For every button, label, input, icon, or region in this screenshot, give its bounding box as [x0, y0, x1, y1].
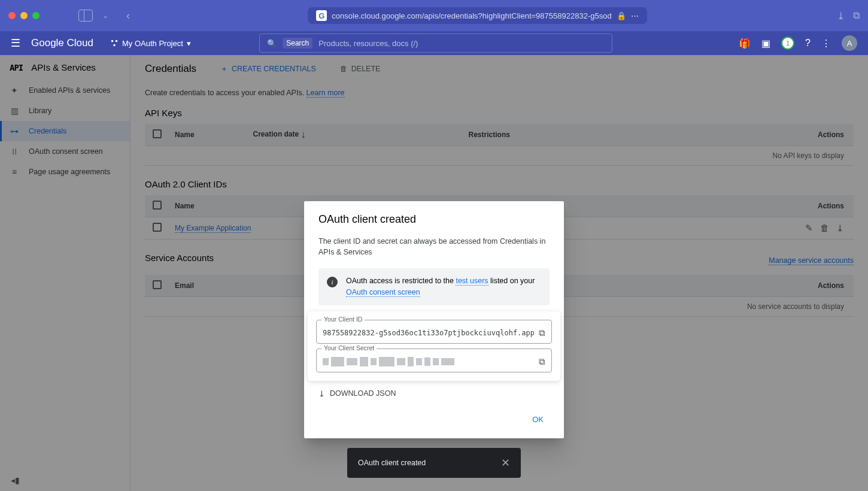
download-icon: ⤓	[318, 389, 325, 398]
nav-menu-button[interactable]: ☰	[11, 37, 20, 50]
client-secret-value[interactable]	[323, 357, 534, 366]
download-json-button[interactable]: ⤓ DOWNLOAD JSON	[304, 381, 564, 401]
oauth-created-dialog: OAuth client created The client ID and s…	[304, 201, 564, 438]
project-selector[interactable]: My OAuth Project ▾	[110, 39, 191, 48]
site-settings-icon[interactable]: ⋯	[631, 11, 639, 20]
traffic-lights	[8, 12, 40, 19]
client-id-value[interactable]: 987558922832-g5sod36oc1ti33o7ptjbockciuv…	[323, 329, 534, 337]
project-icon	[110, 39, 119, 47]
user-avatar[interactable]: A	[842, 35, 857, 51]
more-options-icon[interactable]: ⋮	[821, 38, 831, 49]
client-id-label: Your Client ID	[321, 316, 365, 323]
svg-point-0	[111, 40, 114, 43]
credentials-highlight: Your Client ID 987558922832-g5sod36oc1ti…	[308, 311, 560, 381]
close-window-button[interactable]	[8, 12, 16, 19]
back-button[interactable]: ‹	[126, 10, 130, 22]
app-header: ☰ Google Cloud My OAuth Project ▾ 🔍 Sear…	[0, 31, 868, 55]
ok-button[interactable]: OK	[526, 411, 550, 428]
toast-text: OAuth client created	[358, 459, 426, 467]
chevron-down-icon: ▾	[187, 39, 191, 48]
consent-screen-link[interactable]: OAuth consent screen	[346, 288, 420, 297]
svg-point-1	[116, 40, 118, 43]
browser-chrome: ⌄ ‹ G console.cloud.google.com/apis/cred…	[0, 0, 868, 31]
chevron-down-icon[interactable]: ⌄	[102, 11, 108, 20]
google-cloud-logo[interactable]: Google Cloud	[31, 37, 93, 49]
client-id-field: Your Client ID 987558922832-g5sod36oc1ti…	[316, 320, 552, 344]
maximize-window-button[interactable]	[32, 12, 40, 19]
address-bar-container: G console.cloud.google.com/apis/credenti…	[136, 7, 819, 24]
test-users-link[interactable]: test users	[456, 277, 488, 286]
client-secret-field: Your Client Secret ⧉	[316, 348, 552, 372]
header-actions: 🎁 ▣ 1 ? ⋮ A	[739, 35, 857, 51]
search-label: Search	[283, 38, 312, 49]
svg-point-2	[113, 44, 116, 47]
sidebar-toggle-icon[interactable]	[78, 10, 93, 22]
downloads-icon[interactable]: ⤓	[837, 10, 845, 22]
tabs-icon[interactable]: ⧉	[853, 10, 860, 22]
cloud-shell-icon[interactable]: ▣	[761, 38, 770, 49]
dialog-title: OAuth client created	[318, 213, 550, 226]
lock-icon: 🔒	[617, 11, 626, 20]
dialog-subtitle: The client ID and secret can always be a…	[318, 237, 550, 257]
site-favicon: G	[316, 10, 327, 21]
gift-icon[interactable]: 🎁	[739, 38, 751, 49]
browser-actions: ⤓ ⧉	[837, 10, 860, 22]
search-bar[interactable]: 🔍 Search Products, resources, docs (/)	[259, 34, 612, 53]
toast-close-button[interactable]: ✕	[501, 456, 510, 469]
trial-badge[interactable]: 1	[781, 37, 794, 50]
toast-notification: OAuth client created ✕	[347, 448, 521, 478]
copy-client-id-button[interactable]: ⧉	[539, 328, 545, 338]
address-bar[interactable]: G console.cloud.google.com/apis/credenti…	[308, 7, 647, 24]
search-icon: 🔍	[267, 39, 277, 48]
minimize-window-button[interactable]	[20, 12, 28, 19]
search-placeholder: Products, resources, docs (/)	[318, 39, 418, 48]
info-icon: i	[327, 277, 338, 287]
copy-client-secret-button[interactable]: ⧉	[539, 356, 545, 367]
client-secret-label: Your Client Secret	[321, 344, 377, 351]
help-icon[interactable]: ?	[805, 38, 811, 49]
project-name: My OAuth Project	[122, 39, 183, 48]
url-text: console.cloud.google.com/apis/credential…	[332, 11, 611, 20]
dialog-info-banner: i OAuth access is restricted to the test…	[318, 268, 550, 305]
